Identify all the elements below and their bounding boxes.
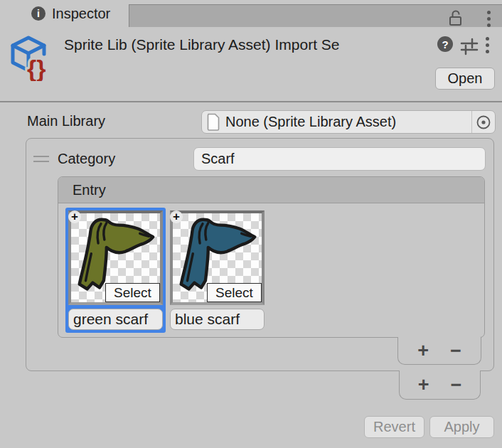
main-library-row: Main Library None (Sprite Library Asset) <box>0 110 502 134</box>
tab-bar-empty <box>129 4 502 27</box>
object-picker-icon[interactable] <box>471 111 495 133</box>
category-list-item: Category Scarf Entry + Select gree <box>26 138 494 371</box>
sprite-thumbnail[interactable]: + Select <box>170 210 265 305</box>
apply-row: Revert Apply <box>0 416 494 438</box>
asset-header: {} {} Sprite Lib (Sprite Library Asset) … <box>0 27 502 101</box>
tab-label: Inspector <box>52 6 110 22</box>
entry-name-input[interactable]: blue scarf <box>170 309 265 330</box>
header-menu-icon[interactable] <box>486 37 489 53</box>
header-divider <box>0 101 502 102</box>
add-sprite-icon[interactable]: + <box>170 210 183 223</box>
info-icon: i <box>31 6 46 21</box>
entry-item-green-scarf[interactable]: + Select green scarf <box>65 208 166 333</box>
tab-bar: i Inspector <box>0 0 502 27</box>
drag-handle-icon[interactable] <box>33 156 49 162</box>
entry-list-footer: + − <box>397 337 481 365</box>
remove-entry-button[interactable]: − <box>450 341 461 361</box>
entry-item-blue-scarf[interactable]: + Select blue scarf <box>167 208 267 333</box>
apply-button[interactable]: Apply <box>429 416 494 438</box>
entry-list-content: + Select green scarf + <box>58 203 484 338</box>
revert-button[interactable]: Revert <box>364 416 424 438</box>
sprite-thumbnail[interactable]: + Select <box>68 210 163 305</box>
add-entry-button[interactable]: + <box>417 341 429 361</box>
entry-list: Entry + Select green scarf <box>58 176 485 338</box>
preset-icon[interactable] <box>459 36 479 59</box>
main-library-value: None (Sprite Library Asset) <box>225 114 471 130</box>
main-library-object-field[interactable]: None (Sprite Library Asset) <box>201 110 496 134</box>
inspector-panel: i Inspector {} {} <box>0 0 502 448</box>
asset-file-icon <box>206 113 220 131</box>
select-sprite-button[interactable]: Select <box>105 283 160 302</box>
tab-menu-icon[interactable] <box>487 11 491 27</box>
category-name-input[interactable]: Scarf <box>193 147 486 171</box>
entry-list-header: Entry <box>58 177 484 203</box>
tab-inspector[interactable]: i Inspector <box>0 0 129 27</box>
category-label: Category <box>58 151 193 167</box>
open-button[interactable]: Open <box>435 68 495 90</box>
add-category-button[interactable]: + <box>418 375 429 395</box>
asset-title: Sprite Lib (Sprite Library Asset) Import… <box>64 36 434 53</box>
remove-category-button[interactable]: − <box>451 375 462 395</box>
help-icon[interactable]: ? <box>437 36 453 52</box>
svg-text:{}: {} <box>27 55 46 81</box>
add-sprite-icon[interactable]: + <box>68 210 81 223</box>
category-row: Category Scarf <box>33 147 486 171</box>
sprite-library-asset-icon: {} {} <box>9 34 48 84</box>
main-library-label: Main Library <box>27 113 105 129</box>
entry-name-input[interactable]: green scarf <box>68 309 163 330</box>
select-sprite-button[interactable]: Select <box>207 283 262 302</box>
category-list-footer: + − <box>399 370 481 400</box>
